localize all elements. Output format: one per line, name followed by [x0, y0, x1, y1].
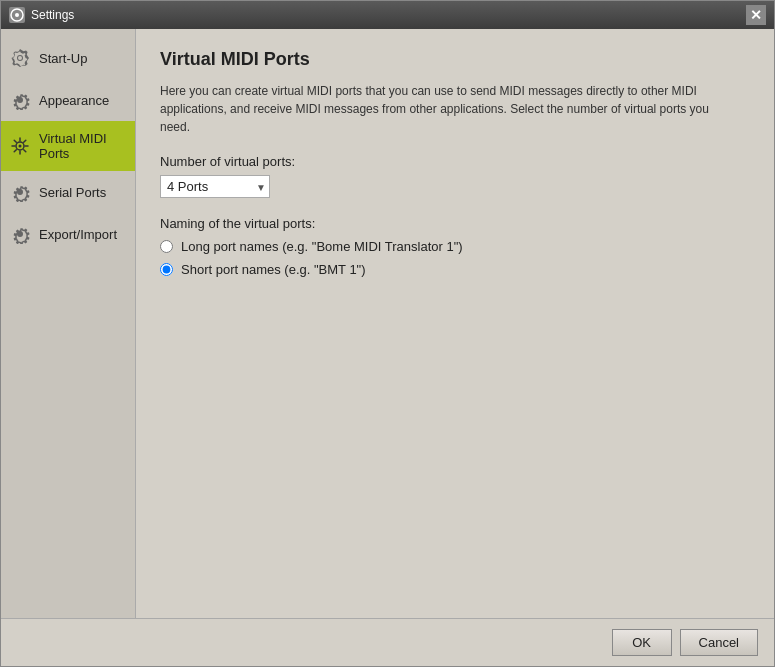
- sidebar: Start-Up Appearance: [1, 29, 136, 618]
- ports-count-select[interactable]: 1 Port 2 Ports 3 Ports 4 Ports 5 Ports 6…: [160, 175, 270, 198]
- sidebar-label-virtual-midi: Virtual MIDI Ports: [39, 131, 127, 161]
- radio-short-input[interactable]: [160, 263, 173, 276]
- gear-icon-startup: [9, 47, 31, 69]
- radio-short-label: Short port names (e.g. "BMT 1"): [181, 262, 366, 277]
- sidebar-item-virtual-midi-ports[interactable]: Virtual MIDI Ports: [1, 121, 135, 171]
- sidebar-item-serial-ports[interactable]: Serial Ports: [1, 171, 135, 213]
- sidebar-label-serial-ports: Serial Ports: [39, 185, 106, 200]
- sidebar-item-export-import[interactable]: Export/Import: [1, 213, 135, 255]
- footer: OK Cancel: [1, 618, 774, 666]
- close-button[interactable]: ✕: [746, 5, 766, 25]
- radio-short-option[interactable]: Short port names (e.g. "BMT 1"): [160, 262, 750, 277]
- ports-count-label: Number of virtual ports:: [160, 154, 750, 169]
- radio-long-label: Long port names (e.g. "Bome MIDI Transla…: [181, 239, 463, 254]
- page-title: Virtual MIDI Ports: [160, 49, 750, 70]
- cancel-button[interactable]: Cancel: [680, 629, 758, 656]
- radio-long-input[interactable]: [160, 240, 173, 253]
- main-content: Virtual MIDI Ports Here you can create v…: [136, 29, 774, 618]
- naming-section: Naming of the virtual ports: Long port n…: [160, 216, 750, 285]
- ok-button[interactable]: OK: [612, 629, 672, 656]
- sidebar-item-appearance[interactable]: Appearance: [1, 79, 135, 121]
- window-title: Settings: [31, 8, 746, 22]
- ports-count-group: Number of virtual ports: 1 Port 2 Ports …: [160, 154, 750, 198]
- sidebar-item-startup[interactable]: Start-Up: [1, 37, 135, 79]
- radio-long-option[interactable]: Long port names (e.g. "Bome MIDI Transla…: [160, 239, 750, 254]
- naming-label: Naming of the virtual ports:: [160, 216, 750, 231]
- gear-icon-appearance: [9, 89, 31, 111]
- sidebar-label-appearance: Appearance: [39, 93, 109, 108]
- titlebar: Settings ✕: [1, 1, 774, 29]
- sidebar-label-export-import: Export/Import: [39, 227, 117, 242]
- svg-point-1: [15, 13, 19, 17]
- svg-point-3: [19, 145, 22, 148]
- gear-icon-serial-ports: [9, 181, 31, 203]
- sidebar-label-startup: Start-Up: [39, 51, 87, 66]
- app-icon: [9, 7, 25, 23]
- gear-icon-virtual-midi: [9, 135, 31, 157]
- settings-window: Settings ✕ Start-Up: [0, 0, 775, 667]
- content-area: Start-Up Appearance: [1, 29, 774, 618]
- gear-icon-export-import: [9, 223, 31, 245]
- ports-dropdown-wrapper: 1 Port 2 Ports 3 Ports 4 Ports 5 Ports 6…: [160, 175, 270, 198]
- page-description: Here you can create virtual MIDI ports t…: [160, 82, 720, 136]
